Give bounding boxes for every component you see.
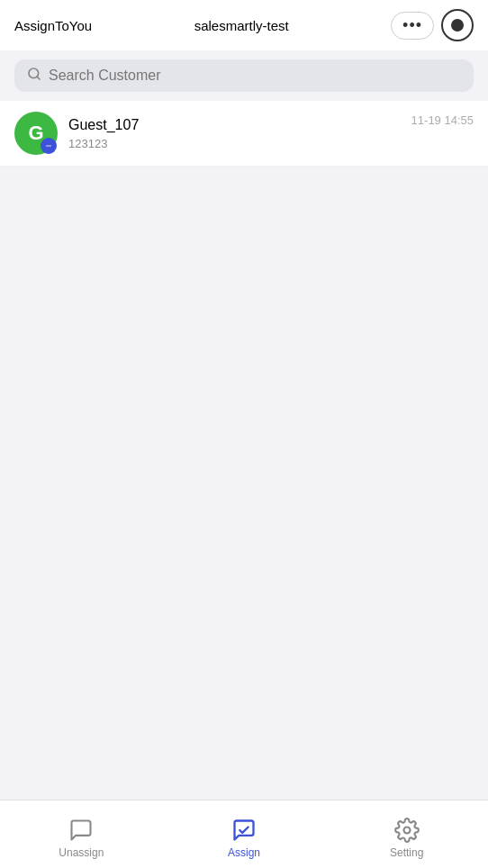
svg-point-5 — [403, 827, 410, 833]
header-actions: ••• — [391, 9, 474, 41]
assign-icon — [231, 818, 257, 843]
svg-line-1 — [37, 77, 40, 79]
tab-unassign[interactable]: Unassign — [0, 810, 163, 859]
customer-name: Guest_107 — [68, 117, 401, 133]
item-timestamp: 11-19 14:55 — [411, 113, 474, 127]
tab-assign-label: Assign — [228, 846, 260, 859]
record-button[interactable] — [441, 9, 474, 41]
more-options-button[interactable]: ••• — [391, 12, 434, 40]
account-name: salesmartly-test — [194, 18, 289, 33]
avatar: G — [14, 112, 58, 155]
record-icon — [451, 19, 464, 32]
chat-badge — [41, 138, 57, 154]
list-item[interactable]: G Guest_107 123123 11-19 14:55 — [0, 101, 488, 167]
search-container — [0, 50, 488, 101]
item-info: Guest_107 123123 — [68, 117, 401, 150]
search-bar — [14, 59, 474, 92]
tab-assign[interactable]: Assign — [163, 810, 326, 859]
tab-unassign-label: Unassign — [59, 846, 104, 859]
svg-point-4 — [50, 145, 51, 147]
unassign-icon — [68, 818, 94, 843]
search-input[interactable] — [49, 68, 461, 84]
svg-point-2 — [46, 145, 48, 147]
search-icon — [27, 67, 41, 85]
setting-icon — [394, 818, 420, 843]
app-header: AssignToYou salesmartly-test ••• — [0, 0, 488, 50]
tab-setting[interactable]: Setting — [325, 810, 488, 859]
tab-bar: Unassign Assign Setting — [0, 800, 488, 868]
tab-setting-label: Setting — [390, 846, 423, 859]
customer-sub: 123123 — [68, 137, 401, 150]
app-title: AssignToYou — [14, 18, 92, 33]
svg-point-3 — [48, 145, 50, 147]
customer-list: G Guest_107 123123 11-19 14:55 — [0, 101, 488, 800]
